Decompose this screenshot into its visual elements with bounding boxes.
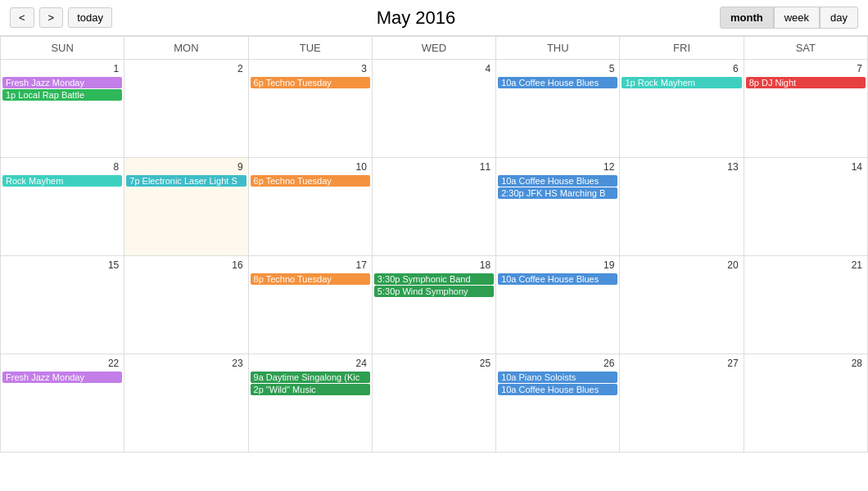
day-number: 16 (126, 258, 246, 273)
day-number: 22 (2, 356, 122, 371)
day-number: 19 (498, 258, 617, 273)
calendar-day-cell[interactable]: 2 (124, 60, 248, 158)
calendar-title: May 2016 (377, 7, 456, 29)
calendar-day-cell[interactable]: 8Rock Mayhem (1, 158, 124, 256)
day-number: 23 (126, 356, 246, 371)
calendar-week-row: 1516178p Techno Tuesday183:30p Symphonic… (1, 256, 868, 354)
day-number: 15 (2, 258, 122, 273)
calendar-day-cell[interactable]: 36p Techno Tuesday (248, 60, 372, 158)
calendar-event[interactable]: 9a Daytime Singalong (Kic (251, 372, 370, 383)
day-number: 17 (251, 258, 370, 273)
calendar-event[interactable]: 10a Coffee House Blues (498, 77, 617, 88)
calendar-day-cell[interactable]: 15 (1, 256, 124, 354)
calendar-day-cell[interactable]: 510a Coffee House Blues (496, 60, 620, 158)
calendar-day-cell[interactable]: 1210a Coffee House Blues2:30p JFK HS Mar… (496, 158, 620, 256)
calendar-event[interactable]: 10a Coffee House Blues (498, 175, 617, 187)
day-number: 14 (746, 160, 866, 174)
day-number: 5 (498, 61, 617, 76)
day-number: 8 (2, 160, 122, 174)
day-number: 2 (126, 61, 246, 76)
calendar-day-cell[interactable]: 28 (744, 354, 867, 453)
day-number: 28 (746, 356, 866, 371)
weekday-header: THU (496, 37, 620, 60)
weekday-header: WED (372, 37, 495, 60)
calendar-event[interactable]: 5:30p Wind Symphony (374, 286, 494, 297)
calendar-header: < > today May 2016 month week day (0, 0, 868, 36)
day-number: 11 (374, 160, 494, 174)
calendar-day-cell[interactable]: 25 (372, 354, 495, 453)
calendar-day-cell[interactable]: 20 (620, 256, 744, 354)
next-button[interactable]: > (39, 7, 64, 28)
calendar-week-row: 22Fresh Jazz Monday23249a Daytime Singal… (1, 354, 868, 453)
view-day-button[interactable]: day (820, 7, 858, 29)
calendar-day-cell[interactable]: 1Fresh Jazz Monday1p Local Rap Battle (1, 60, 124, 158)
calendar-day-cell[interactable]: 13 (620, 158, 744, 256)
calendar-day-cell[interactable]: 4 (372, 60, 495, 158)
weekday-header: FRI (620, 37, 744, 60)
calendar-event[interactable]: 6p Techno Tuesday (251, 77, 370, 88)
calendar-event[interactable]: 3:30p Symphonic Band (374, 273, 494, 285)
calendar-event[interactable]: Fresh Jazz Monday (2, 77, 122, 88)
day-number: 12 (498, 160, 617, 174)
day-number: 21 (746, 258, 866, 273)
today-button[interactable]: today (68, 7, 112, 28)
day-number: 13 (622, 160, 741, 174)
calendar-event[interactable]: 6p Techno Tuesday (251, 175, 370, 187)
calendar-event[interactable]: 10a Piano Soloists (498, 372, 617, 383)
calendar-event[interactable]: 2:30p JFK HS Marching B (498, 187, 617, 199)
calendar-grid: SUNMONTUEWEDTHUFRISAT 1Fresh Jazz Monday… (0, 36, 868, 453)
calendar-day-cell[interactable]: 78p DJ Night (744, 60, 867, 158)
calendar-day-cell[interactable]: 178p Techno Tuesday (248, 256, 372, 354)
calendar-event[interactable]: 8p Techno Tuesday (251, 273, 370, 285)
day-number: 10 (251, 160, 370, 174)
calendar-day-cell[interactable]: 14 (744, 158, 867, 256)
calendar-day-cell[interactable]: 27 (620, 354, 744, 453)
day-number: 3 (251, 61, 370, 76)
calendar-event[interactable]: 7p Electronic Laser Light S (126, 175, 246, 187)
weekday-header: TUE (248, 37, 372, 60)
day-number: 4 (374, 61, 494, 76)
calendar-day-cell[interactable]: 249a Daytime Singalong (Kic2p "Wild" Mus… (248, 354, 372, 453)
prev-button[interactable]: < (10, 7, 34, 28)
day-number: 6 (622, 61, 741, 76)
calendar-day-cell[interactable]: 21 (744, 256, 867, 354)
view-month-button[interactable]: month (720, 7, 774, 29)
calendar-day-cell[interactable]: 61p Rock Mayhem (620, 60, 744, 158)
calendar-event[interactable]: 10a Coffee House Blues (498, 273, 617, 285)
calendar-day-cell[interactable]: 183:30p Symphonic Band5:30p Wind Symphon… (372, 256, 495, 354)
calendar-event[interactable]: Fresh Jazz Monday (2, 372, 122, 383)
view-controls: month week day (720, 7, 858, 29)
calendar-event[interactable]: 8p DJ Night (746, 77, 866, 88)
calendar-day-cell[interactable]: 16 (124, 256, 248, 354)
calendar-day-cell[interactable]: 2610a Piano Soloists10a Coffee House Blu… (496, 354, 620, 453)
day-number: 1 (2, 61, 122, 76)
day-number: 25 (374, 356, 494, 371)
calendar-day-cell[interactable]: 23 (124, 354, 248, 453)
weekday-header: SUN (1, 37, 124, 60)
calendar-day-cell[interactable]: 11 (372, 158, 495, 256)
calendar-event[interactable]: 10a Coffee House Blues (498, 384, 617, 395)
day-number: 26 (498, 356, 617, 371)
calendar-event[interactable]: 1p Rock Mayhem (622, 77, 741, 88)
calendar-event[interactable]: Rock Mayhem (2, 175, 122, 187)
day-number: 7 (746, 61, 866, 76)
calendar-day-cell[interactable]: 97p Electronic Laser Light S (124, 158, 248, 256)
calendar-day-cell[interactable]: 106p Techno Tuesday (248, 158, 372, 256)
day-number: 27 (622, 356, 741, 371)
day-number: 18 (374, 258, 494, 273)
calendar-event[interactable]: 2p "Wild" Music (251, 384, 370, 395)
calendar-event[interactable]: 1p Local Rap Battle (2, 89, 122, 101)
weekday-header: MON (124, 37, 248, 60)
weekday-header: SAT (744, 37, 867, 60)
view-week-button[interactable]: week (774, 7, 820, 29)
day-number: 9 (126, 160, 246, 174)
day-number: 24 (251, 356, 370, 371)
nav-controls: < > today (10, 7, 112, 28)
calendar-day-cell[interactable]: 1910a Coffee House Blues (496, 256, 620, 354)
calendar-week-row: 8Rock Mayhem97p Electronic Laser Light S… (1, 158, 868, 256)
calendar-week-row: 1Fresh Jazz Monday1p Local Rap Battle236… (1, 60, 868, 158)
calendar-day-cell[interactable]: 22Fresh Jazz Monday (1, 354, 124, 453)
day-number: 20 (622, 258, 741, 273)
